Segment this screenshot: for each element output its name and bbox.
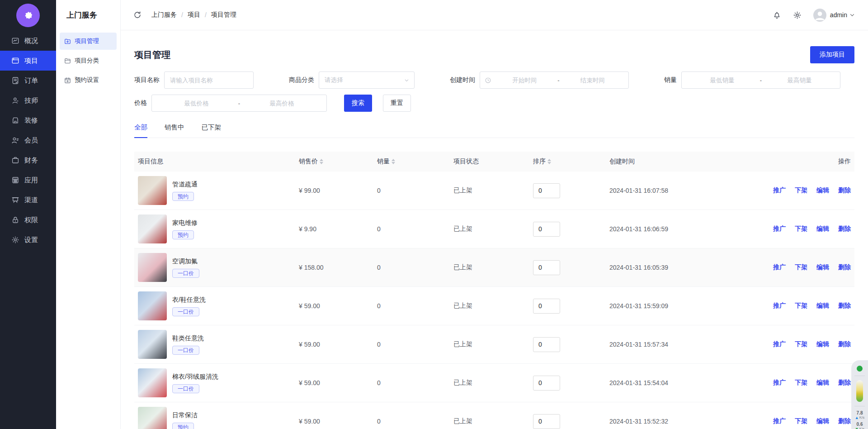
search-button[interactable]: 搜索 bbox=[344, 95, 372, 112]
app-logo[interactable] bbox=[0, 0, 56, 31]
sort-order-input[interactable] bbox=[533, 260, 560, 275]
promote-link[interactable]: 推广 bbox=[773, 302, 786, 309]
edit-link[interactable]: 编辑 bbox=[816, 379, 829, 386]
sidebar-item-finance[interactable]: 财务 bbox=[0, 150, 56, 170]
max-price-input[interactable] bbox=[242, 100, 322, 107]
sales-value: 0 bbox=[373, 341, 450, 348]
delete-link[interactable]: 删除 bbox=[838, 379, 851, 386]
submenu-item-project-management[interactable]: 项目管理 bbox=[60, 33, 117, 50]
sort-order-input[interactable] bbox=[533, 222, 560, 237]
upload-unit: K/s bbox=[859, 415, 865, 420]
sidebar-item-settings[interactable]: 设置 bbox=[0, 230, 56, 250]
take-down-link[interactable]: 下架 bbox=[795, 225, 807, 232]
refresh-icon[interactable] bbox=[133, 11, 142, 19]
edit-link[interactable]: 编辑 bbox=[816, 340, 829, 348]
submenu-item-booking-settings[interactable]: 预约设置 bbox=[60, 72, 117, 89]
promote-link[interactable]: 推广 bbox=[773, 225, 786, 232]
sidebar-item-channels[interactable]: 渠道 bbox=[0, 190, 56, 210]
take-down-link[interactable]: 下架 bbox=[795, 379, 807, 386]
min-sales-input[interactable] bbox=[686, 77, 758, 84]
sort-order-input[interactable] bbox=[533, 414, 560, 429]
start-time-input[interactable] bbox=[493, 77, 556, 84]
filter-panel: 项目名称 商品分类 请选择 创建时间 - bbox=[134, 72, 854, 112]
add-project-button[interactable]: 添加项目 bbox=[810, 46, 854, 63]
project-name: 棉衣/羽绒服清洗 bbox=[172, 373, 218, 381]
edit-link[interactable]: 编辑 bbox=[816, 302, 829, 309]
submenu-item-label: 预约设置 bbox=[75, 76, 99, 84]
sidebar-item-overview[interactable]: 概况 bbox=[0, 31, 56, 51]
max-sales-input[interactable] bbox=[764, 77, 835, 84]
apps-icon bbox=[11, 176, 19, 184]
edit-link[interactable]: 编辑 bbox=[816, 263, 829, 271]
download-unit: K/s bbox=[859, 427, 865, 429]
sidebar-item-technician[interactable]: 技师 bbox=[0, 91, 56, 110]
breadcrumb-item[interactable]: 项目 bbox=[188, 11, 200, 19]
bell-icon[interactable] bbox=[773, 11, 781, 19]
chevron-down-icon[interactable] bbox=[849, 12, 855, 18]
category-label: 商品分类 bbox=[289, 76, 314, 84]
sort-toggle[interactable] bbox=[392, 159, 395, 164]
breadcrumb-separator: / bbox=[181, 11, 183, 19]
sort-toggle[interactable] bbox=[320, 159, 323, 164]
username[interactable]: admin bbox=[830, 11, 847, 19]
settings-gear-icon[interactable] bbox=[793, 11, 802, 19]
status-value: 已上架 bbox=[450, 379, 529, 387]
sort-order-input[interactable] bbox=[533, 299, 560, 314]
delete-link[interactable]: 删除 bbox=[838, 263, 851, 271]
price-value: ¥ 9.90 bbox=[295, 225, 373, 233]
project-name: 空调加氟 bbox=[172, 257, 199, 266]
sort-toggle[interactable] bbox=[547, 159, 551, 164]
reset-button[interactable]: 重置 bbox=[383, 95, 411, 112]
project-type-tag: 预约 bbox=[172, 423, 194, 429]
price-value: ¥ 59.00 bbox=[295, 302, 373, 310]
take-down-link[interactable]: 下架 bbox=[795, 302, 807, 309]
promote-link[interactable]: 推广 bbox=[773, 186, 786, 194]
table-header: 项目信息 销售价 销量 项目状态 排序 创建时间 操作 bbox=[134, 152, 854, 172]
category-select[interactable]: 请选择 bbox=[319, 72, 415, 89]
delete-link[interactable]: 删除 bbox=[838, 186, 851, 194]
take-down-link[interactable]: 下架 bbox=[795, 340, 807, 348]
end-time-input[interactable] bbox=[561, 77, 624, 84]
edit-link[interactable]: 编辑 bbox=[816, 225, 829, 232]
edit-link[interactable]: 编辑 bbox=[816, 186, 829, 194]
sidebar-item-orders[interactable]: 订单 bbox=[0, 71, 56, 91]
sidebar-item-members[interactable]: 会员 bbox=[0, 130, 56, 150]
avatar[interactable] bbox=[813, 9, 826, 22]
breadcrumb-item[interactable]: 项目管理 bbox=[211, 11, 236, 19]
delete-link[interactable]: 删除 bbox=[838, 417, 851, 424]
sales-value: 0 bbox=[373, 225, 450, 233]
sort-order-input[interactable] bbox=[533, 376, 560, 391]
created-time-value: 2024-01-31 15:52:32 bbox=[606, 418, 719, 425]
tab-off-shelf[interactable]: 已下架 bbox=[202, 123, 222, 138]
delete-link[interactable]: 删除 bbox=[838, 225, 851, 232]
promote-link[interactable]: 推广 bbox=[773, 417, 786, 424]
tab-on-sale[interactable]: 销售中 bbox=[165, 123, 184, 138]
tab-all[interactable]: 全部 bbox=[134, 123, 147, 138]
project-type-tag: 一口价 bbox=[172, 307, 199, 316]
delete-link[interactable]: 删除 bbox=[838, 302, 851, 309]
sidebar-item-decoration[interactable]: 装修 bbox=[0, 110, 56, 130]
take-down-link[interactable]: 下架 bbox=[795, 263, 807, 271]
sort-order-input[interactable] bbox=[533, 183, 560, 198]
sort-order-input[interactable] bbox=[533, 337, 560, 352]
date-range-picker[interactable]: - bbox=[480, 72, 629, 89]
project-type-tag: 一口价 bbox=[172, 269, 199, 278]
delete-link[interactable]: 删除 bbox=[838, 340, 851, 348]
min-price-input[interactable] bbox=[156, 100, 236, 107]
promote-link[interactable]: 推广 bbox=[773, 379, 786, 386]
project-name: 家电维修 bbox=[172, 219, 198, 227]
sidebar-item-label: 概况 bbox=[24, 37, 38, 45]
project-name-input[interactable] bbox=[165, 77, 253, 84]
promote-link[interactable]: 推广 bbox=[773, 263, 786, 271]
sidebar-item-project[interactable]: 项目 bbox=[0, 51, 56, 71]
edit-link[interactable]: 编辑 bbox=[816, 417, 829, 424]
promote-link[interactable]: 推广 bbox=[773, 340, 786, 348]
sidebar-item-permissions[interactable]: 权限 bbox=[0, 210, 56, 230]
sidebar-item-apps[interactable]: 应用 bbox=[0, 170, 56, 190]
breadcrumb-item[interactable]: 上门服务 bbox=[151, 11, 177, 19]
net-speed-widget[interactable]: 7.8 ▲K/s 0.6 ▼K/s bbox=[851, 360, 868, 429]
submenu-item-project-category[interactable]: 项目分类 bbox=[60, 52, 117, 69]
take-down-link[interactable]: 下架 bbox=[795, 186, 807, 194]
take-down-link[interactable]: 下架 bbox=[795, 417, 807, 424]
status-value: 已上架 bbox=[450, 417, 529, 425]
